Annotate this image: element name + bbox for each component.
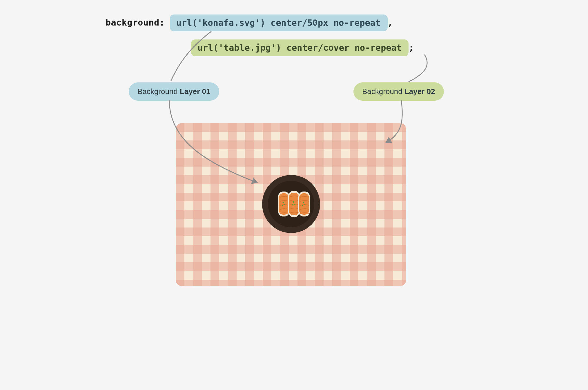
svg-point-14 (303, 202, 304, 203)
preview-box (176, 123, 406, 286)
svg-point-8 (282, 202, 284, 203)
arrow-code-to-label-2 (409, 55, 427, 82)
svg-point-16 (302, 205, 303, 206)
svg-point-15 (304, 204, 305, 205)
label-prefix: Background (137, 87, 180, 96)
label-layer-2: Background Layer 02 (353, 82, 444, 101)
svg-point-9 (284, 204, 285, 205)
diagram-stage: background: url('konafa.svg') center/50p… (74, 0, 514, 292)
svg-point-10 (282, 205, 283, 206)
label-bold: Layer 02 (404, 87, 435, 96)
label-bold: Layer 01 (180, 87, 210, 96)
css-value-layer-1: url('konafa.svg') center/50px no-repeat (170, 15, 387, 31)
label-layer-1: Background Layer 01 (129, 82, 219, 101)
css-property: background: (106, 17, 165, 28)
css-code-block: background: url('konafa.svg') center/50p… (106, 15, 414, 56)
label-prefix: Background (362, 87, 404, 96)
comma: , (388, 17, 393, 28)
css-value-layer-2: url('table.jpg') center/cover no-repeat (191, 39, 409, 56)
plate-icon (261, 174, 322, 236)
svg-point-12 (294, 204, 295, 205)
svg-point-13 (292, 204, 293, 205)
svg-point-11 (293, 201, 294, 203)
code-line-2: url('table.jpg') center/cover no-repeat; (191, 39, 414, 56)
semicolon: ; (409, 42, 414, 53)
